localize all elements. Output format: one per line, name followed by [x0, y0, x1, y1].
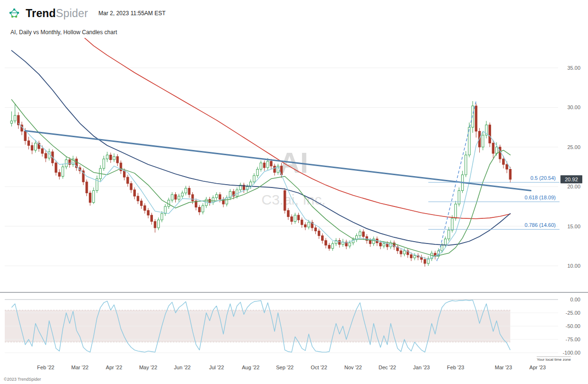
brand-trend: Trend — [26, 7, 56, 19]
ma_red-line — [66, 38, 510, 219]
last-price-value: 20.92 — [565, 177, 578, 182]
x-axis: Feb '22Mar '22Apr '22May '22Jun '22Jul '… — [0, 365, 588, 372]
copyright: ©2023 TrendSpider — [4, 377, 41, 382]
x-axis-label: Nov '22 — [339, 365, 368, 370]
price-axis-label: 15.00 — [567, 224, 580, 229]
x-axis-label: Oct '22 — [305, 365, 333, 370]
x-axis-label: Mar '22 — [66, 365, 94, 370]
price-axis-label: 25.00 — [567, 144, 580, 150]
oscillator-axis-label: 0.00 — [570, 297, 580, 302]
x-axis-label: Dec '22 — [373, 365, 401, 370]
oscillator-axis-label: -25.00 — [566, 310, 580, 316]
x-axis-label: Jun '22 — [168, 365, 197, 370]
x-axis-label: Jul '22 — [202, 365, 231, 370]
x-axis-label: Apr '22 — [100, 365, 128, 370]
x-axis-label: Sep '22 — [271, 365, 299, 370]
price-axis-label: 35.00 — [567, 65, 580, 71]
trendline[interactable] — [25, 131, 531, 191]
oscillator-panel-canvas[interactable]: 0.00-25.00-50.00-75.00-100.00 — [0, 293, 588, 361]
x-axis-label: Mar '23 — [489, 365, 518, 370]
dashed-line[interactable] — [437, 101, 476, 261]
price-axis-label: 10.00 — [567, 263, 580, 269]
header: TrendSpider Mar 2, 2023 11:55AM EST — [0, 0, 588, 27]
brand-logo-text[interactable]: TrendSpider — [26, 7, 88, 20]
x-axis-label: May '22 — [134, 365, 162, 370]
timezone-note: Your local time zone — [537, 356, 571, 362]
ma_navy-line — [11, 50, 510, 245]
x-axis-label: Aug '22 — [237, 365, 265, 370]
chart-title: AI, Daily vs Monthly, Hollow Candles cha… — [10, 29, 117, 36]
oscillator-axis-label: -100.00 — [563, 350, 580, 356]
chart-timestamp: Mar 2, 2023 11:55AM EST — [98, 10, 165, 17]
price-axis-label: 20.00 — [567, 184, 580, 189]
brand-spider: Spider — [56, 7, 88, 19]
price-chart-canvas[interactable]: 35.0030.0025.0020.0015.0010.000.5 (20.54… — [0, 38, 588, 293]
price-axis-label: 30.00 — [567, 104, 580, 110]
trendspider-chart-app: TrendSpider Mar 2, 2023 11:55AM EST AI, … — [0, 0, 588, 384]
x-axis-label: Feb '23 — [441, 365, 470, 370]
panel-divider[interactable] — [0, 292, 588, 293]
x-axis-label: Jan '23 — [407, 365, 436, 370]
fib-level-label: 0.5 (20.54) — [531, 175, 556, 181]
x-axis-label: Feb '22 — [31, 365, 60, 370]
fib-level-label: 0.618 (18.09) — [525, 195, 556, 200]
trendspider-logo-icon[interactable] — [7, 6, 22, 21]
ma_green-line — [11, 100, 510, 256]
oscillator-axis-label: -50.00 — [566, 323, 580, 329]
ma_cyan-line — [19, 123, 511, 260]
fib-level-label: 0.786 (14.60) — [525, 222, 556, 228]
x-axis-label: Apr '23 — [523, 365, 552, 370]
oscillator-axis-label: -75.00 — [566, 337, 580, 342]
